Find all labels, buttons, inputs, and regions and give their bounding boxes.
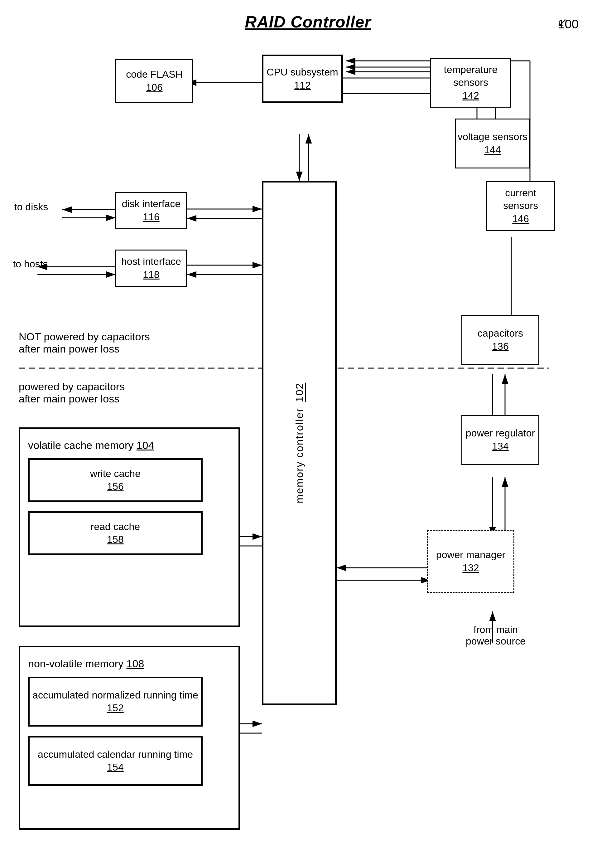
read-cache-box: read cache 158 <box>28 511 202 555</box>
voltage-sensors-box: voltage sensors 144 <box>455 119 530 169</box>
disk-interface-box: disk interface 116 <box>115 192 187 229</box>
acc-cal-box: accumulated calendar running time 154 <box>28 736 202 786</box>
page: RAID Controller 100 ↙ <box>0 0 616 842</box>
page-title: RAID Controller <box>0 0 616 31</box>
code-flash-box: code FLASH 106 <box>115 59 193 103</box>
powered-label: powered by capacitorsafter main power lo… <box>19 381 206 405</box>
ref-arrow-icon: ↙ <box>557 15 568 29</box>
capacitors-box: capacitors 136 <box>461 315 539 365</box>
to-disks-label: to disks <box>6 201 56 213</box>
acc-norm-box: accumulated normalized running time 152 <box>28 677 202 727</box>
not-powered-label: NOT powered by capacitorsafter main powe… <box>19 331 206 355</box>
from-main-label: from mainpower source <box>449 624 543 647</box>
power-regulator-box: power regulator 134 <box>461 415 539 465</box>
power-manager-box: power manager 132 <box>427 530 514 593</box>
host-interface-box: host interface 118 <box>115 250 187 287</box>
memory-controller-box: memory controller 102 <box>262 181 337 705</box>
cpu-box: CPU subsystem 112 <box>262 54 343 103</box>
write-cache-box: write cache 156 <box>28 458 202 502</box>
current-sensors-box: current sensors 146 <box>486 181 555 231</box>
to-hosts-label: to hosts <box>6 258 54 270</box>
temp-sensors-box: temperature sensors 142 <box>430 58 511 108</box>
non-volatile-box: non-volatile memory 108 accumulated norm… <box>19 646 240 830</box>
volatile-cache-box: volatile cache memory 104 write cache 15… <box>19 428 240 627</box>
